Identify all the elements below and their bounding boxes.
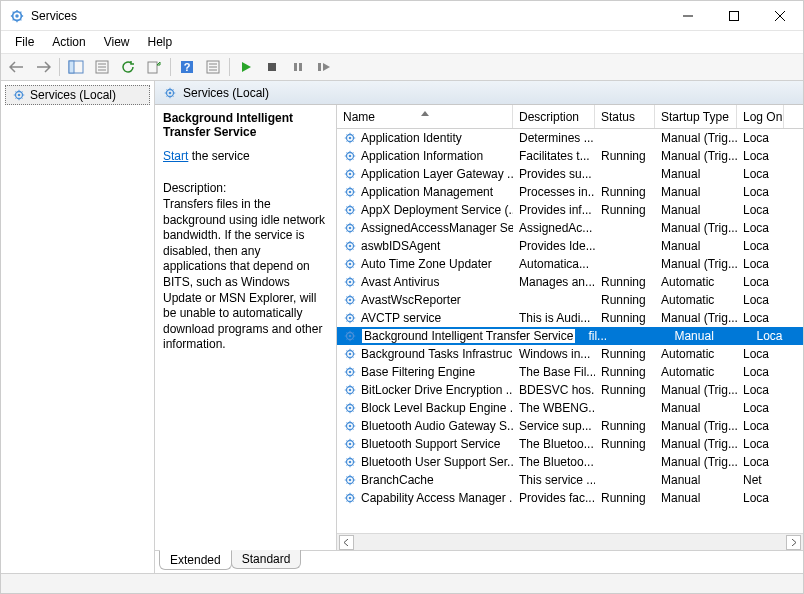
service-row[interactable]: Base Filtering EngineThe Base Fil...Runn…	[337, 363, 803, 381]
menu-file[interactable]: File	[7, 33, 42, 51]
service-logon: Loca	[750, 329, 786, 343]
service-startup: Automatic	[655, 347, 737, 361]
column-description[interactable]: Description	[513, 105, 595, 128]
scroll-right-icon[interactable]	[786, 535, 801, 550]
service-row[interactable]: AvastWscReporterRunningAutomaticLoca	[337, 291, 803, 309]
service-startup: Manual (Trig...	[655, 149, 737, 163]
column-startup-type[interactable]: Startup Type	[655, 105, 737, 128]
service-row[interactable]: Background Tasks Infrastruc...Windows in…	[337, 345, 803, 363]
stop-service-button[interactable]	[260, 55, 284, 79]
help-button[interactable]: ?	[175, 55, 199, 79]
svg-point-24	[18, 94, 21, 97]
service-row[interactable]: Bluetooth Support ServiceThe Bluetoo...R…	[337, 435, 803, 453]
service-row[interactable]: AssignedAccessManager Se...AssignedAc...…	[337, 219, 803, 237]
service-row[interactable]: Application ManagementProcesses in...Run…	[337, 183, 803, 201]
svg-point-26	[169, 91, 172, 94]
back-button[interactable]	[5, 55, 29, 79]
content-pane: Services (Local) Background Intelligent …	[155, 81, 803, 573]
service-status: Running	[595, 203, 655, 217]
list-rows[interactable]: Application IdentityDetermines ...Manual…	[337, 129, 803, 533]
svg-text:?: ?	[184, 61, 191, 73]
menu-action[interactable]: Action	[44, 33, 93, 51]
restart-service-button[interactable]	[312, 55, 336, 79]
tree-root-services-local[interactable]: Services (Local)	[5, 85, 150, 105]
service-row[interactable]: Application IdentityDetermines ...Manual…	[337, 129, 803, 147]
service-row[interactable]: BranchCacheThis service ...ManualNet	[337, 471, 803, 489]
forward-button[interactable]	[31, 55, 55, 79]
svg-rect-12	[148, 62, 157, 73]
tab-standard[interactable]: Standard	[231, 550, 302, 569]
service-startup: Manual	[655, 167, 737, 181]
properties-button-2[interactable]	[201, 55, 225, 79]
service-row[interactable]: Auto Time Zone UpdaterAutomatica...Manua…	[337, 255, 803, 273]
svg-point-42	[349, 263, 352, 266]
menu-help[interactable]: Help	[140, 33, 181, 51]
service-logon: Loca	[737, 203, 773, 217]
description-text: Transfers files in the background using …	[163, 197, 326, 353]
svg-point-64	[349, 461, 352, 464]
start-service-button[interactable]	[234, 55, 258, 79]
service-description: fil...	[582, 329, 608, 343]
tab-extended[interactable]: Extended	[159, 550, 232, 570]
start-service-suffix: the service	[188, 149, 249, 163]
content-header: Services (Local)	[155, 81, 803, 105]
service-row[interactable]: Block Level Backup Engine ...The WBENG..…	[337, 399, 803, 417]
column-logon-as[interactable]: Log On As	[737, 105, 784, 128]
service-description: Facilitates t...	[513, 149, 595, 163]
svg-point-44	[349, 281, 352, 284]
maximize-button[interactable]	[711, 1, 757, 31]
service-name: Background Tasks Infrastruc...	[361, 347, 513, 361]
pause-service-button[interactable]	[286, 55, 310, 79]
service-row[interactable]: AppX Deployment Service (...Provides inf…	[337, 201, 803, 219]
service-logon: Loca	[737, 239, 773, 253]
service-name: aswbIDSAgent	[361, 239, 440, 253]
gear-icon	[343, 347, 357, 361]
column-status[interactable]: Status	[595, 105, 655, 128]
service-startup: Manual (Trig...	[655, 383, 737, 397]
service-startup: Manual (Trig...	[655, 131, 737, 145]
show-hide-tree-button[interactable]	[64, 55, 88, 79]
service-row[interactable]: Bluetooth User Support Ser...The Bluetoo…	[337, 453, 803, 471]
service-description: Provides su...	[513, 167, 595, 181]
svg-point-46	[349, 299, 352, 302]
column-name[interactable]: Name	[337, 105, 513, 128]
service-description: Provides inf...	[513, 203, 595, 217]
service-row[interactable]: Avast AntivirusManages an...RunningAutom…	[337, 273, 803, 291]
service-status: Running	[595, 185, 655, 199]
service-row[interactable]: Bluetooth Audio Gateway S...Service sup.…	[337, 417, 803, 435]
view-tabs: Extended Standard	[155, 550, 803, 572]
console-tree: Services (Local)	[1, 81, 155, 573]
svg-point-58	[349, 407, 352, 410]
service-row[interactable]: AVCTP serviceThis is Audi...RunningManua…	[337, 309, 803, 327]
properties-button[interactable]	[90, 55, 114, 79]
toolbar: ?	[1, 53, 803, 81]
service-row[interactable]: aswbIDSAgentProvides Ide...ManualLoca	[337, 237, 803, 255]
start-service-link[interactable]: Start	[163, 149, 188, 163]
service-status: Running	[595, 275, 655, 289]
service-row[interactable]: Application InformationFacilitates t...R…	[337, 147, 803, 165]
service-row[interactable]: Background Intelligent Transfer Servicef…	[337, 327, 803, 345]
body: Services (Local) Services (Local) Backgr…	[1, 81, 803, 573]
service-logon: Loca	[737, 293, 773, 307]
service-logon: Loca	[737, 149, 773, 163]
export-list-button[interactable]	[142, 55, 166, 79]
minimize-button[interactable]	[665, 1, 711, 31]
service-row[interactable]: Application Layer Gateway ...Provides su…	[337, 165, 803, 183]
refresh-button[interactable]	[116, 55, 140, 79]
service-row[interactable]: BitLocker Drive Encryption ...BDESVC hos…	[337, 381, 803, 399]
service-name: BranchCache	[361, 473, 434, 487]
close-button[interactable]	[757, 1, 803, 31]
service-row[interactable]: Capability Access Manager ...Provides fa…	[337, 489, 803, 507]
service-description: The WBENG...	[513, 401, 595, 415]
service-startup: Manual	[655, 473, 737, 487]
menu-view[interactable]: View	[96, 33, 138, 51]
horizontal-scrollbar[interactable]	[337, 533, 803, 550]
service-logon: Loca	[737, 311, 773, 325]
scroll-left-icon[interactable]	[339, 535, 354, 550]
service-status: Running	[595, 347, 655, 361]
sort-ascending-icon	[421, 105, 429, 119]
tree-root-label: Services (Local)	[30, 88, 116, 102]
svg-point-32	[349, 173, 352, 176]
svg-point-1	[15, 14, 19, 18]
service-startup: Manual	[655, 185, 737, 199]
